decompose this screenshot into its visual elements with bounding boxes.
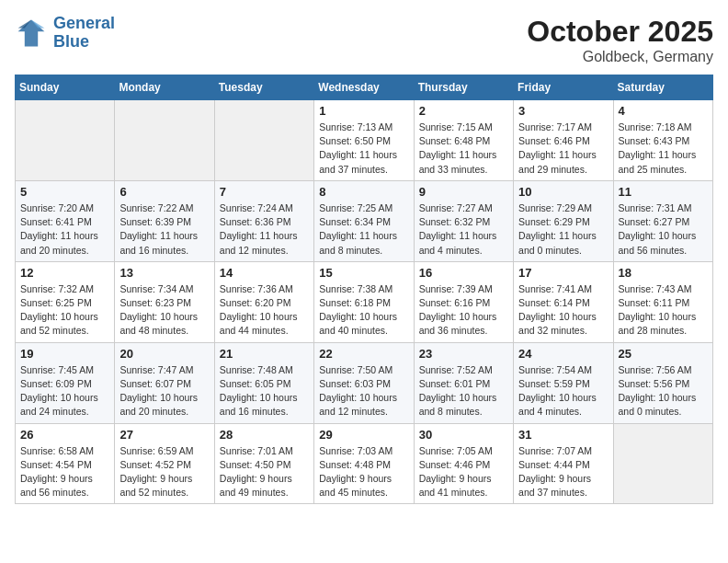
table-row: 19Sunrise: 7:45 AM Sunset: 6:09 PM Dayli… <box>16 342 115 423</box>
day-header-monday: Monday <box>115 75 214 100</box>
table-row: 30Sunrise: 7:05 AM Sunset: 4:46 PM Dayli… <box>414 423 513 504</box>
table-row <box>613 423 712 504</box>
day-detail: Sunrise: 7:50 AM Sunset: 6:03 PM Dayligh… <box>319 363 408 419</box>
day-detail: Sunrise: 7:29 AM Sunset: 6:29 PM Dayligh… <box>518 201 608 258</box>
day-number: 1 <box>319 104 408 118</box>
day-number: 21 <box>220 347 309 361</box>
svg-marker-0 <box>18 19 45 46</box>
table-row: 12Sunrise: 7:32 AM Sunset: 6:25 PM Dayli… <box>16 261 115 342</box>
day-detail: Sunrise: 6:59 AM Sunset: 4:52 PM Dayligh… <box>119 444 209 500</box>
day-number: 13 <box>119 266 209 280</box>
table-row: 8Sunrise: 7:25 AM Sunset: 6:34 PM Daylig… <box>314 180 414 261</box>
day-detail: Sunrise: 7:03 AM Sunset: 4:48 PM Dayligh… <box>319 444 408 500</box>
day-number: 22 <box>319 347 408 361</box>
days-header-row: SundayMondayTuesdayWednesdayThursdayFrid… <box>16 75 713 100</box>
day-detail: Sunrise: 7:01 AM Sunset: 4:50 PM Dayligh… <box>220 444 309 500</box>
day-number: 15 <box>319 266 408 280</box>
table-row: 7Sunrise: 7:24 AM Sunset: 6:36 PM Daylig… <box>214 180 313 261</box>
week-row-2: 5Sunrise: 7:20 AM Sunset: 6:41 PM Daylig… <box>16 180 713 261</box>
day-number: 7 <box>220 185 309 199</box>
week-row-5: 26Sunrise: 6:58 AM Sunset: 4:54 PM Dayli… <box>16 423 713 504</box>
table-row: 18Sunrise: 7:43 AM Sunset: 6:11 PM Dayli… <box>613 261 712 342</box>
day-number: 17 <box>518 266 608 280</box>
day-detail: Sunrise: 7:52 AM Sunset: 6:01 PM Dayligh… <box>419 363 508 419</box>
title-area: October 2025 Goldbeck, Germany <box>527 15 713 65</box>
table-row: 13Sunrise: 7:34 AM Sunset: 6:23 PM Dayli… <box>115 261 214 342</box>
day-detail: Sunrise: 7:17 AM Sunset: 6:46 PM Dayligh… <box>518 121 608 177</box>
day-number: 9 <box>419 185 508 199</box>
day-detail: Sunrise: 7:47 AM Sunset: 6:07 PM Dayligh… <box>119 363 209 419</box>
table-row <box>214 100 313 181</box>
day-number: 27 <box>119 428 209 442</box>
day-number: 3 <box>518 104 608 118</box>
day-header-friday: Friday <box>514 75 613 100</box>
logo-icon <box>15 17 48 50</box>
week-row-1: 1Sunrise: 7:13 AM Sunset: 6:50 PM Daylig… <box>16 100 713 181</box>
day-detail: Sunrise: 7:31 AM Sunset: 6:27 PM Dayligh… <box>619 201 708 258</box>
month-title: October 2025 <box>527 15 713 49</box>
table-row: 28Sunrise: 7:01 AM Sunset: 4:50 PM Dayli… <box>214 423 313 504</box>
day-number: 20 <box>119 347 209 361</box>
week-row-4: 19Sunrise: 7:45 AM Sunset: 6:09 PM Dayli… <box>16 342 713 423</box>
table-row: 27Sunrise: 6:59 AM Sunset: 4:52 PM Dayli… <box>115 423 214 504</box>
table-row: 24Sunrise: 7:54 AM Sunset: 5:59 PM Dayli… <box>514 342 613 423</box>
day-header-sunday: Sunday <box>16 75 115 100</box>
day-number: 28 <box>220 428 309 442</box>
logo: General Blue <box>15 15 115 52</box>
day-number: 18 <box>619 266 708 280</box>
day-detail: Sunrise: 7:18 AM Sunset: 6:43 PM Dayligh… <box>619 121 708 177</box>
day-number: 31 <box>518 428 608 442</box>
day-detail: Sunrise: 7:38 AM Sunset: 6:18 PM Dayligh… <box>319 282 408 339</box>
calendar-table: SundayMondayTuesdayWednesdayThursdayFrid… <box>15 75 713 504</box>
day-detail: Sunrise: 7:34 AM Sunset: 6:23 PM Dayligh… <box>119 282 209 339</box>
day-detail: Sunrise: 7:05 AM Sunset: 4:46 PM Dayligh… <box>419 444 508 500</box>
day-number: 30 <box>419 428 508 442</box>
day-number: 12 <box>20 266 109 280</box>
table-row: 26Sunrise: 6:58 AM Sunset: 4:54 PM Dayli… <box>16 423 115 504</box>
day-detail: Sunrise: 7:54 AM Sunset: 5:59 PM Dayligh… <box>518 363 608 419</box>
day-detail: Sunrise: 7:13 AM Sunset: 6:50 PM Dayligh… <box>319 121 408 177</box>
day-number: 25 <box>619 347 708 361</box>
table-row: 17Sunrise: 7:41 AM Sunset: 6:14 PM Dayli… <box>514 261 613 342</box>
table-row <box>115 100 214 181</box>
day-number: 10 <box>518 185 608 199</box>
day-detail: Sunrise: 7:36 AM Sunset: 6:20 PM Dayligh… <box>220 282 309 339</box>
table-row: 23Sunrise: 7:52 AM Sunset: 6:01 PM Dayli… <box>414 342 513 423</box>
table-row: 22Sunrise: 7:50 AM Sunset: 6:03 PM Dayli… <box>314 342 414 423</box>
day-detail: Sunrise: 7:20 AM Sunset: 6:41 PM Dayligh… <box>20 201 109 258</box>
day-header-wednesday: Wednesday <box>314 75 414 100</box>
table-row: 20Sunrise: 7:47 AM Sunset: 6:07 PM Dayli… <box>115 342 214 423</box>
table-row: 2Sunrise: 7:15 AM Sunset: 6:48 PM Daylig… <box>414 100 513 181</box>
table-row: 9Sunrise: 7:27 AM Sunset: 6:32 PM Daylig… <box>414 180 513 261</box>
table-row: 11Sunrise: 7:31 AM Sunset: 6:27 PM Dayli… <box>613 180 712 261</box>
location-title: Goldbeck, Germany <box>527 49 713 65</box>
table-row: 15Sunrise: 7:38 AM Sunset: 6:18 PM Dayli… <box>314 261 414 342</box>
day-detail: Sunrise: 7:22 AM Sunset: 6:39 PM Dayligh… <box>119 201 209 258</box>
day-number: 23 <box>419 347 508 361</box>
day-detail: Sunrise: 7:32 AM Sunset: 6:25 PM Dayligh… <box>20 282 109 339</box>
day-number: 29 <box>319 428 408 442</box>
day-detail: Sunrise: 7:24 AM Sunset: 6:36 PM Dayligh… <box>220 201 309 258</box>
table-row: 1Sunrise: 7:13 AM Sunset: 6:50 PM Daylig… <box>314 100 414 181</box>
day-number: 6 <box>119 185 209 199</box>
logo-text: General Blue <box>53 15 115 52</box>
table-row: 3Sunrise: 7:17 AM Sunset: 6:46 PM Daylig… <box>514 100 613 181</box>
table-row: 14Sunrise: 7:36 AM Sunset: 6:20 PM Dayli… <box>214 261 313 342</box>
day-number: 11 <box>619 185 708 199</box>
day-detail: Sunrise: 7:43 AM Sunset: 6:11 PM Dayligh… <box>619 282 708 339</box>
day-number: 19 <box>20 347 109 361</box>
day-detail: Sunrise: 7:41 AM Sunset: 6:14 PM Dayligh… <box>518 282 608 339</box>
day-number: 26 <box>20 428 109 442</box>
day-number: 2 <box>419 104 508 118</box>
day-header-tuesday: Tuesday <box>214 75 313 100</box>
table-row: 16Sunrise: 7:39 AM Sunset: 6:16 PM Dayli… <box>414 261 513 342</box>
day-detail: Sunrise: 7:27 AM Sunset: 6:32 PM Dayligh… <box>419 201 508 258</box>
table-row: 31Sunrise: 7:07 AM Sunset: 4:44 PM Dayli… <box>514 423 613 504</box>
day-detail: Sunrise: 7:07 AM Sunset: 4:44 PM Dayligh… <box>518 444 608 500</box>
day-detail: Sunrise: 7:45 AM Sunset: 6:09 PM Dayligh… <box>20 363 109 419</box>
table-row: 4Sunrise: 7:18 AM Sunset: 6:43 PM Daylig… <box>613 100 712 181</box>
day-number: 16 <box>419 266 508 280</box>
day-detail: Sunrise: 6:58 AM Sunset: 4:54 PM Dayligh… <box>20 444 109 500</box>
day-detail: Sunrise: 7:15 AM Sunset: 6:48 PM Dayligh… <box>419 121 508 177</box>
header: General Blue October 2025 Goldbeck, Germ… <box>15 15 713 65</box>
